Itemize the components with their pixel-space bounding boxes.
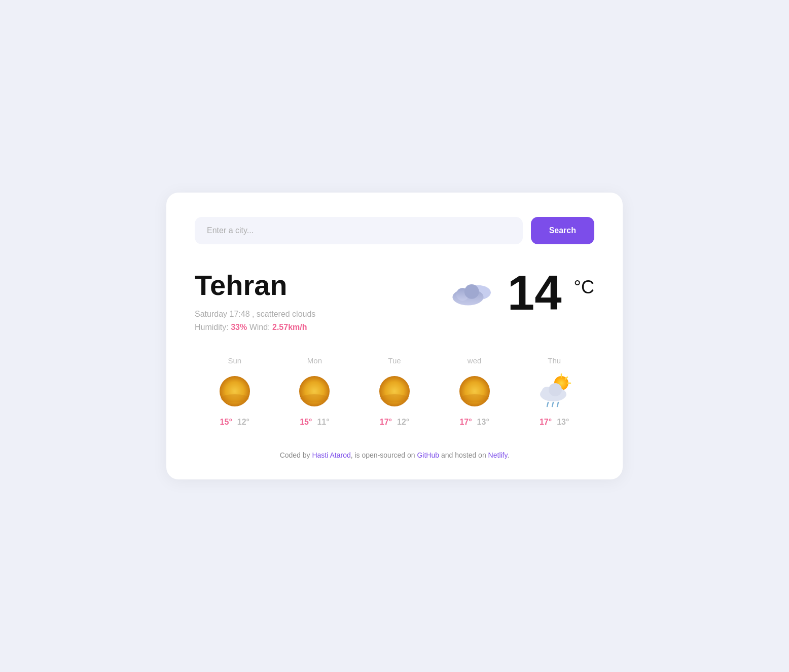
wind-value: 2.57km/h: [272, 323, 307, 331]
footer-github-link[interactable]: GitHub: [417, 451, 439, 459]
current-weather-section: Tehran Saturday 17:48 , scattered clouds…: [195, 269, 594, 332]
day-temps-thu: 17° 13°: [540, 418, 569, 427]
low-temp-sun: 12°: [237, 418, 249, 427]
forecast-section: Sun 15° 12° Mon: [195, 356, 594, 427]
cloud-icon: [450, 275, 495, 311]
svg-point-18: [549, 383, 562, 396]
day-label-tue: Tue: [388, 356, 401, 365]
weather-description: Saturday 17:48 , scattered clouds: [195, 310, 450, 319]
forecast-day-mon: Mon 15° 11°: [296, 356, 333, 427]
sun-icon-tue: [376, 373, 413, 409]
svg-point-9: [380, 394, 409, 402]
svg-point-11: [460, 394, 489, 402]
high-temp-mon: 15°: [300, 418, 312, 427]
low-temp-thu: 13°: [557, 418, 569, 427]
sun-icon-mon: [296, 373, 333, 409]
forecast-day-thu: Thu: [536, 356, 572, 427]
day-label-wed: wed: [468, 356, 482, 365]
wind-label: Wind:: [249, 323, 270, 331]
footer-netlify-link[interactable]: Netlify: [488, 451, 508, 459]
svg-line-14: [565, 377, 567, 379]
high-temp-tue: 17°: [380, 418, 392, 427]
forecast-day-tue: Tue 17° 12°: [376, 356, 413, 427]
weather-extra: Humidity: 33% Wind: 2.57km/h: [195, 323, 450, 332]
day-label-sun: Sun: [228, 356, 241, 365]
search-button[interactable]: Search: [531, 217, 594, 244]
day-label-thu: Thu: [548, 356, 561, 365]
footer-text-before: Coded by: [280, 451, 312, 459]
footer-author-link[interactable]: Hasti Atarod: [312, 451, 350, 459]
high-temp-sun: 15°: [220, 418, 232, 427]
search-row: Search: [195, 217, 594, 244]
sun-icon-wed: [456, 373, 493, 409]
svg-line-20: [552, 402, 553, 406]
footer: Coded by Hasti Atarod, is open-sourced o…: [195, 451, 594, 459]
svg-point-3: [464, 284, 479, 299]
humidity-value: 33%: [231, 323, 247, 331]
day-temps-wed: 17° 13°: [459, 418, 489, 427]
svg-point-7: [300, 394, 329, 402]
svg-line-21: [557, 402, 558, 406]
sun-icon-sun: [217, 373, 253, 409]
low-temp-mon: 11°: [317, 418, 329, 427]
low-temp-wed: 13°: [477, 418, 489, 427]
footer-text-after: and hosted on: [439, 451, 488, 459]
city-info: Tehran Saturday 17:48 , scattered clouds…: [195, 269, 450, 332]
temperature-unit: °C: [574, 277, 594, 298]
day-temps-mon: 15° 11°: [300, 418, 329, 427]
humidity-label: Humidity:: [195, 323, 229, 331]
day-temps-sun: 15° 12°: [220, 418, 249, 427]
low-temp-tue: 12°: [397, 418, 409, 427]
high-temp-thu: 17°: [540, 418, 552, 427]
footer-text-middle: , is open-sourced on: [351, 451, 417, 459]
day-label-mon: Mon: [307, 356, 322, 365]
sun-rain-icon-thu: [536, 373, 572, 409]
temperature-value: 14: [508, 269, 562, 317]
city-search-input[interactable]: [195, 217, 523, 244]
temperature-display: 14 °C: [450, 269, 594, 317]
forecast-day-wed: wed 17° 13°: [456, 356, 493, 427]
city-name: Tehran: [195, 269, 450, 302]
svg-line-19: [547, 402, 548, 406]
high-temp-wed: 17°: [459, 418, 472, 427]
day-temps-tue: 17° 12°: [380, 418, 409, 427]
svg-point-5: [221, 394, 249, 402]
forecast-day-sun: Sun 15° 12°: [217, 356, 253, 427]
weather-card: Search Tehran Saturday 17:48 , scattered…: [166, 193, 623, 479]
footer-period: .: [507, 451, 509, 459]
